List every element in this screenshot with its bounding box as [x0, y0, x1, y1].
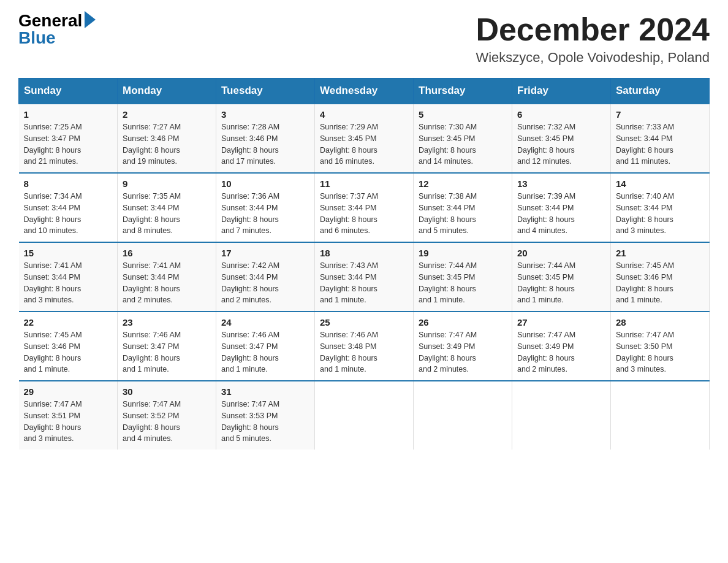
- calendar-cell: 26Sunrise: 7:47 AMSunset: 3:49 PMDayligh…: [414, 312, 512, 381]
- day-info: Sunrise: 7:46 AMSunset: 3:47 PMDaylight:…: [123, 329, 211, 375]
- day-number: 28: [616, 317, 704, 327]
- weekday-header-sunday: Sunday: [19, 79, 118, 104]
- weekday-header-friday: Friday: [512, 79, 611, 104]
- calendar-cell: 12Sunrise: 7:38 AMSunset: 3:44 PMDayligh…: [414, 173, 512, 242]
- calendar-cell: 11Sunrise: 7:37 AMSunset: 3:44 PMDayligh…: [315, 173, 414, 242]
- logo-arrow-icon: [85, 11, 96, 28]
- day-info: Sunrise: 7:44 AMSunset: 3:45 PMDaylight:…: [517, 260, 605, 306]
- calendar-cell: [512, 381, 611, 450]
- day-info: Sunrise: 7:46 AMSunset: 3:47 PMDaylight:…: [221, 329, 309, 375]
- calendar-cell: 9Sunrise: 7:35 AMSunset: 3:44 PMDaylight…: [118, 173, 216, 242]
- day-number: 23: [123, 317, 211, 327]
- month-title: December 2024: [476, 12, 710, 47]
- day-info: Sunrise: 7:45 AMSunset: 3:46 PMDaylight:…: [616, 260, 704, 306]
- day-info: Sunrise: 7:28 AMSunset: 3:46 PMDaylight:…: [221, 121, 309, 167]
- day-number: 19: [419, 248, 507, 258]
- logo-blue-text: Blue: [18, 29, 56, 47]
- day-number: 24: [221, 317, 309, 327]
- calendar-cell: 27Sunrise: 7:47 AMSunset: 3:49 PMDayligh…: [512, 312, 611, 381]
- day-number: 27: [517, 317, 605, 327]
- day-info: Sunrise: 7:40 AMSunset: 3:44 PMDaylight:…: [616, 191, 704, 237]
- day-info: Sunrise: 7:46 AMSunset: 3:48 PMDaylight:…: [320, 329, 408, 375]
- calendar-cell: 23Sunrise: 7:46 AMSunset: 3:47 PMDayligh…: [118, 312, 216, 381]
- calendar-cell: 4Sunrise: 7:29 AMSunset: 3:45 PMDaylight…: [315, 104, 414, 173]
- day-number: 10: [221, 178, 309, 189]
- day-number: 8: [24, 178, 113, 189]
- day-info: Sunrise: 7:45 AMSunset: 3:46 PMDaylight:…: [24, 329, 113, 375]
- weekday-header-thursday: Thursday: [414, 79, 512, 104]
- day-info: Sunrise: 7:42 AMSunset: 3:44 PMDaylight:…: [221, 260, 309, 306]
- day-info: Sunrise: 7:34 AMSunset: 3:44 PMDaylight:…: [24, 191, 113, 237]
- day-info: Sunrise: 7:47 AMSunset: 3:50 PMDaylight:…: [616, 329, 704, 375]
- calendar-cell: 18Sunrise: 7:43 AMSunset: 3:44 PMDayligh…: [315, 242, 414, 312]
- day-number: 4: [320, 109, 408, 120]
- day-number: 12: [419, 178, 507, 189]
- day-number: 25: [320, 317, 408, 327]
- day-info: Sunrise: 7:37 AMSunset: 3:44 PMDaylight:…: [320, 191, 408, 237]
- weekday-header-wednesday: Wednesday: [315, 79, 414, 104]
- calendar-cell: 10Sunrise: 7:36 AMSunset: 3:44 PMDayligh…: [216, 173, 315, 242]
- day-info: Sunrise: 7:36 AMSunset: 3:44 PMDaylight:…: [221, 191, 309, 237]
- day-info: Sunrise: 7:47 AMSunset: 3:51 PMDaylight:…: [24, 399, 113, 445]
- day-number: 7: [616, 109, 704, 120]
- day-number: 26: [419, 317, 507, 327]
- calendar-week-5: 29Sunrise: 7:47 AMSunset: 3:51 PMDayligh…: [19, 381, 710, 450]
- day-info: Sunrise: 7:27 AMSunset: 3:46 PMDaylight:…: [123, 121, 211, 167]
- calendar-cell: 31Sunrise: 7:47 AMSunset: 3:53 PMDayligh…: [216, 381, 315, 450]
- logo-general-text: General: [18, 12, 82, 29]
- day-info: Sunrise: 7:47 AMSunset: 3:49 PMDaylight:…: [419, 329, 507, 375]
- day-number: 31: [221, 386, 309, 397]
- calendar-cell: 22Sunrise: 7:45 AMSunset: 3:46 PMDayligh…: [19, 312, 118, 381]
- day-number: 13: [517, 178, 605, 189]
- weekday-header-monday: Monday: [118, 79, 216, 104]
- calendar-cell: 15Sunrise: 7:41 AMSunset: 3:44 PMDayligh…: [19, 242, 118, 312]
- day-number: 22: [24, 317, 113, 327]
- day-info: Sunrise: 7:33 AMSunset: 3:44 PMDaylight:…: [616, 121, 704, 167]
- day-info: Sunrise: 7:29 AMSunset: 3:45 PMDaylight:…: [320, 121, 408, 167]
- calendar-cell: 7Sunrise: 7:33 AMSunset: 3:44 PMDaylight…: [611, 104, 710, 173]
- day-info: Sunrise: 7:47 AMSunset: 3:53 PMDaylight:…: [221, 399, 309, 445]
- day-number: 9: [123, 178, 211, 189]
- calendar-cell: 1Sunrise: 7:25 AMSunset: 3:47 PMDaylight…: [19, 104, 118, 173]
- day-number: 16: [123, 248, 211, 258]
- calendar-cell: 19Sunrise: 7:44 AMSunset: 3:45 PMDayligh…: [414, 242, 512, 312]
- day-number: 5: [419, 109, 507, 120]
- day-info: Sunrise: 7:30 AMSunset: 3:45 PMDaylight:…: [419, 121, 507, 167]
- day-number: 17: [221, 248, 309, 258]
- day-number: 21: [616, 248, 704, 258]
- calendar-cell: 28Sunrise: 7:47 AMSunset: 3:50 PMDayligh…: [611, 312, 710, 381]
- day-number: 1: [24, 109, 113, 120]
- calendar-cell: 13Sunrise: 7:39 AMSunset: 3:44 PMDayligh…: [512, 173, 611, 242]
- calendar-week-3: 15Sunrise: 7:41 AMSunset: 3:44 PMDayligh…: [19, 242, 710, 312]
- day-info: Sunrise: 7:47 AMSunset: 3:49 PMDaylight:…: [517, 329, 605, 375]
- day-number: 3: [221, 109, 309, 120]
- day-number: 15: [24, 248, 113, 258]
- day-info: Sunrise: 7:47 AMSunset: 3:52 PMDaylight:…: [123, 399, 211, 445]
- calendar-cell: 6Sunrise: 7:32 AMSunset: 3:45 PMDaylight…: [512, 104, 611, 173]
- calendar-body: 1Sunrise: 7:25 AMSunset: 3:47 PMDaylight…: [19, 104, 710, 450]
- logo: General Blue: [18, 12, 96, 47]
- weekday-header-row: SundayMondayTuesdayWednesdayThursdayFrid…: [19, 79, 710, 104]
- day-number: 29: [24, 386, 113, 397]
- calendar-week-2: 8Sunrise: 7:34 AMSunset: 3:44 PMDaylight…: [19, 173, 710, 242]
- weekday-header-saturday: Saturday: [611, 79, 710, 104]
- calendar-cell: 2Sunrise: 7:27 AMSunset: 3:46 PMDaylight…: [118, 104, 216, 173]
- day-info: Sunrise: 7:41 AMSunset: 3:44 PMDaylight:…: [24, 260, 113, 306]
- calendar-week-1: 1Sunrise: 7:25 AMSunset: 3:47 PMDaylight…: [19, 104, 710, 173]
- title-area: December 2024 Wiekszyce, Opole Voivodesh…: [476, 12, 710, 66]
- calendar-table: SundayMondayTuesdayWednesdayThursdayFrid…: [18, 78, 710, 450]
- day-number: 20: [517, 248, 605, 258]
- calendar-cell: 20Sunrise: 7:44 AMSunset: 3:45 PMDayligh…: [512, 242, 611, 312]
- calendar-cell: [315, 381, 414, 450]
- calendar-week-4: 22Sunrise: 7:45 AMSunset: 3:46 PMDayligh…: [19, 312, 710, 381]
- calendar-cell: 17Sunrise: 7:42 AMSunset: 3:44 PMDayligh…: [216, 242, 315, 312]
- page-header: General Blue December 2024 Wiekszyce, Op…: [18, 12, 710, 66]
- day-info: Sunrise: 7:35 AMSunset: 3:44 PMDaylight:…: [123, 191, 211, 237]
- calendar-cell: 29Sunrise: 7:47 AMSunset: 3:51 PMDayligh…: [19, 381, 118, 450]
- day-info: Sunrise: 7:43 AMSunset: 3:44 PMDaylight:…: [320, 260, 408, 306]
- day-info: Sunrise: 7:41 AMSunset: 3:44 PMDaylight:…: [123, 260, 211, 306]
- calendar-cell: [611, 381, 710, 450]
- day-info: Sunrise: 7:39 AMSunset: 3:44 PMDaylight:…: [517, 191, 605, 237]
- day-info: Sunrise: 7:25 AMSunset: 3:47 PMDaylight:…: [24, 121, 113, 167]
- day-info: Sunrise: 7:38 AMSunset: 3:44 PMDaylight:…: [419, 191, 507, 237]
